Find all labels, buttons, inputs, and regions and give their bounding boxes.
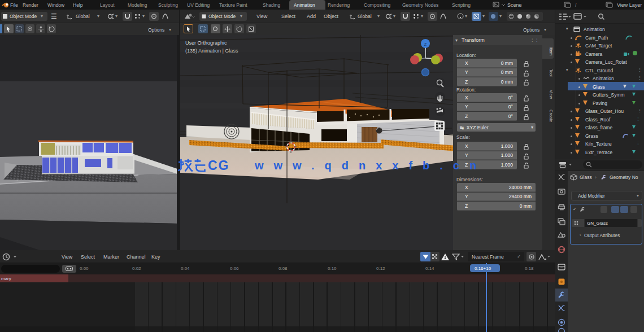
svg-text:Z: Z <box>424 42 427 47</box>
svg-text:/: / <box>575 2 577 8</box>
